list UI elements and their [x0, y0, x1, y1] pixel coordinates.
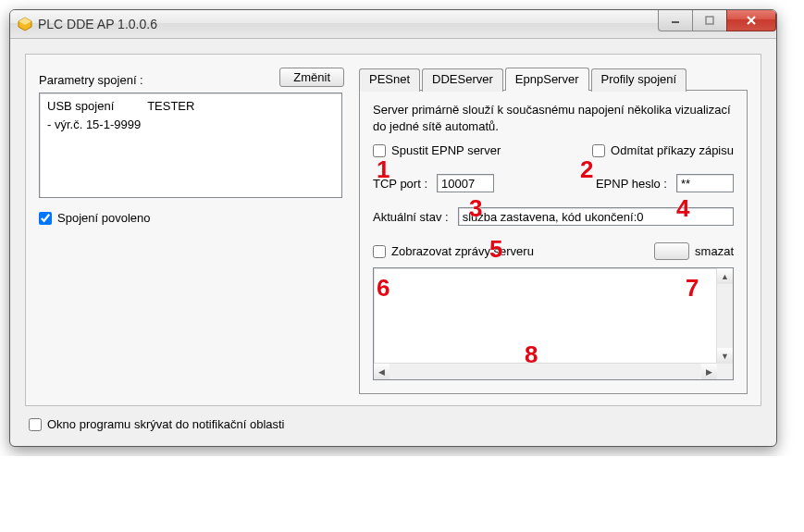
epnp-description: Server primárně slouží k současnému napo… [373, 102, 734, 134]
tray-row[interactable]: Okno programu skrývat do notifikační obl… [25, 417, 761, 431]
tab-strip: PESnet DDEServer EpnpServer Profily spoj… [359, 68, 748, 91]
run-server-checkbox[interactable] [373, 144, 386, 157]
tray-checkbox[interactable] [29, 418, 42, 431]
scroll-right-icon[interactable]: ▶ [701, 364, 717, 379]
scrollbar-horizontal[interactable]: ◀ ▶ [374, 363, 717, 379]
tcp-port-input[interactable] [437, 174, 494, 192]
reject-write-label: Odmítat příkazy zápisu [611, 143, 734, 157]
tcp-port-label: TCP port : [373, 177, 427, 191]
tab-ddeserver[interactable]: DDEServer [422, 68, 503, 92]
tab-pesnet[interactable]: PESnet [359, 68, 420, 92]
run-server-row[interactable]: Spustit EPNP server [373, 143, 501, 157]
show-messages-row[interactable]: Zobrazovat zprávy serveru [373, 244, 534, 258]
svg-rect-2 [672, 21, 679, 23]
server-log-box[interactable]: ▲ ▼ ◀ ▶ [373, 267, 734, 380]
connection-params-list[interactable]: USB spojení TESTER - výr.č. 15-1-9999 [39, 93, 342, 198]
window-controls [659, 10, 776, 31]
reject-write-checkbox[interactable] [592, 144, 605, 157]
connection-enabled-label: Spojení povoleno [57, 211, 150, 225]
clear-button[interactable] [654, 242, 689, 260]
reject-write-row[interactable]: Odmítat příkazy zápisu [592, 143, 734, 157]
scroll-left-icon[interactable]: ◀ [374, 364, 390, 379]
scroll-up-icon[interactable]: ▲ [717, 268, 733, 284]
run-server-label: Spustit EPNP server [391, 143, 501, 157]
scroll-corner [717, 364, 733, 379]
svg-rect-3 [706, 17, 713, 24]
connection-enabled-row[interactable]: Spojení povoleno [39, 211, 344, 225]
epnp-password-input[interactable] [676, 174, 734, 192]
app-window: PLC DDE AP 1.0.0.6 Parametry spojení : Z… [9, 9, 777, 447]
clear-label: smazat [695, 244, 734, 258]
app-icon [18, 17, 32, 31]
tab-profiles[interactable]: Profily spojení [591, 68, 687, 92]
minimize-button[interactable] [658, 10, 693, 31]
status-label: Aktuální stav : [373, 210, 449, 224]
scrollbar-vertical[interactable]: ▲ ▼ [716, 268, 733, 364]
tray-label: Okno programu skrývat do notifikační obl… [47, 417, 285, 431]
connection-enabled-checkbox[interactable] [39, 212, 52, 225]
show-messages-label: Zobrazovat zprávy serveru [391, 244, 534, 258]
window-title: PLC DDE AP 1.0.0.6 [38, 17, 157, 31]
main-panel: Parametry spojení : Změnit USB spojení T… [25, 54, 761, 406]
list-item: USB spojení TESTER [47, 97, 334, 116]
titlebar: PLC DDE AP 1.0.0.6 [10, 10, 776, 39]
list-item: - výr.č. 15-1-9999 [47, 116, 334, 134]
status-field [458, 207, 734, 226]
show-messages-checkbox[interactable] [373, 245, 386, 258]
params-label: Parametry spojení : [39, 73, 143, 87]
maximize-button[interactable] [692, 10, 727, 31]
change-button[interactable]: Změnit [279, 68, 344, 87]
epnp-password-label: EPNP heslo : [596, 177, 667, 191]
close-button[interactable] [726, 10, 776, 31]
tab-epnpserver[interactable]: EpnpServer [505, 68, 589, 91]
scroll-down-icon[interactable]: ▼ [717, 348, 733, 364]
tab-panel-epnp: Server primárně slouží k současnému napo… [359, 90, 748, 394]
